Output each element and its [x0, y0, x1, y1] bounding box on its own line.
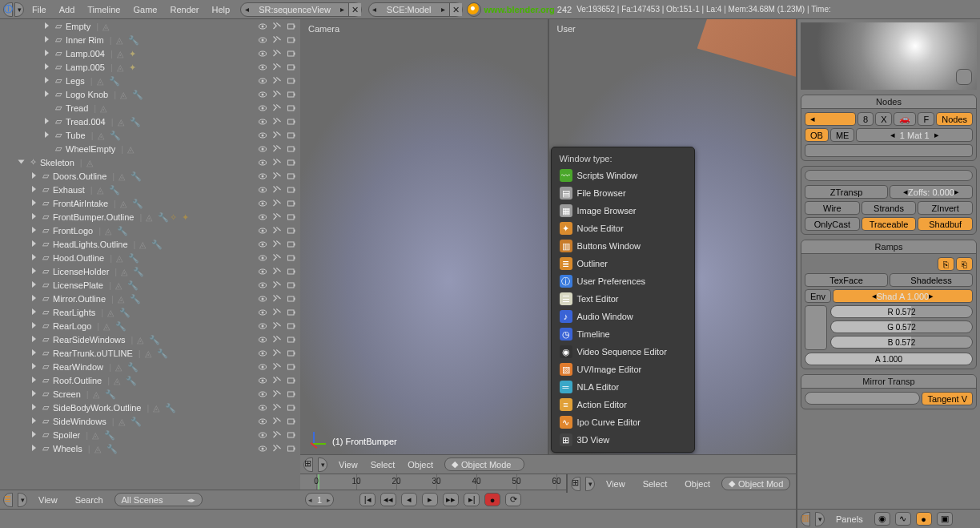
outliner-row[interactable]: ▱Lamp.005|◬✦ [0, 60, 300, 74]
disclosure-triangle-icon[interactable] [42, 131, 51, 140]
outliner-row[interactable]: ▱Wheels|◬🔧 [0, 441, 300, 455]
outliner-row[interactable]: ▱RearWindow|◬🔧 [0, 360, 300, 373]
visibility-toggle-icon[interactable] [257, 239, 268, 250]
vp-menu-select[interactable]: Select [364, 457, 402, 472]
object-data-icon[interactable]: ◬ [103, 321, 113, 331]
lamp-data-icon[interactable]: ✦ [129, 62, 139, 72]
visibility-toggle-icon[interactable] [257, 389, 268, 400]
object-data-icon[interactable]: ◬ [121, 267, 131, 276]
modifier-icon[interactable]: 🔧 [133, 267, 143, 276]
scene-delete-button[interactable]: ✕ [449, 3, 462, 16]
visibility-toggle-icon[interactable] [257, 266, 268, 277]
disclosure-triangle-icon[interactable] [29, 417, 38, 426]
blender-url-link[interactable]: www.blender.org [484, 5, 555, 14]
window-type-option[interactable]: ═ NLA Editor [552, 378, 694, 396]
outliner-type-button[interactable]: ≣ [3, 493, 13, 507]
current-frame-field[interactable]: 1 [305, 493, 334, 506]
renderability-toggle-icon[interactable] [286, 389, 297, 400]
visibility-toggle-icon[interactable] [257, 402, 268, 413]
lamp-data-icon[interactable]: ✦ [129, 49, 139, 58]
outliner-row[interactable]: ▱FrontBumper.Outline|◬🔧✧✦ [0, 210, 300, 224]
modifier-icon[interactable]: 🔧 [105, 389, 114, 399]
screen-selector[interactable]: ◂ SR:sequenceView ▸ ✕ [240, 2, 362, 17]
modifier-icon[interactable]: 🔧 [106, 444, 116, 453]
selectability-toggle-icon[interactable] [271, 48, 283, 59]
disclosure-triangle-icon[interactable] [29, 362, 38, 372]
material-chain-icon[interactable]: ✧ [170, 212, 179, 222]
selectability-toggle-icon[interactable] [271, 293, 283, 304]
visibility-toggle-icon[interactable] [257, 143, 268, 155]
selectability-toggle-icon[interactable] [271, 266, 283, 277]
disclosure-triangle-icon[interactable] [42, 49, 51, 58]
selectability-toggle-icon[interactable] [271, 239, 283, 250]
jump-start-button[interactable]: |◂ [359, 493, 376, 506]
modifier-icon[interactable]: 🔧 [132, 199, 142, 208]
disclosure-triangle-icon[interactable] [29, 171, 38, 181]
visibility-toggle-icon[interactable] [257, 307, 268, 318]
selectability-toggle-icon[interactable] [271, 361, 283, 373]
ztransp-toggle[interactable]: ZTransp [805, 185, 888, 199]
play-reverse-button[interactable]: ◂ [401, 493, 417, 506]
object-data-icon[interactable]: ◬ [145, 349, 155, 358]
modifier-icon[interactable]: 🔧 [119, 308, 129, 317]
outliner-row[interactable]: ▱Hood.Outline|◬🔧 [0, 251, 300, 264]
object-data-icon[interactable]: ◬ [94, 444, 104, 453]
object-data-icon[interactable]: ◬ [118, 171, 128, 181]
material-users[interactable]: 8 [858, 112, 874, 126]
window-type-option[interactable]: 〰 Scripts Window [552, 167, 694, 184]
outliner-row[interactable]: ▱LicenseHolder|◬🔧 [0, 264, 300, 278]
traceable-toggle[interactable]: Traceable [862, 217, 917, 231]
disclosure-triangle-icon[interactable] [29, 267, 38, 276]
selectability-toggle-icon[interactable] [271, 143, 283, 155]
alpha-slider[interactable]: A 1.000 [805, 353, 973, 365]
preview-type-button[interactable] [956, 69, 972, 85]
visibility-toggle-icon[interactable] [257, 225, 268, 236]
outliner-row[interactable]: ▱SideBodyWork.Outline|◬🔧 [0, 401, 300, 414]
renderability-toggle-icon[interactable] [286, 429, 297, 441]
disclosure-triangle-icon[interactable] [29, 403, 38, 413]
selectability-toggle-icon[interactable] [271, 334, 283, 345]
material-delete-button[interactable]: X [875, 112, 892, 126]
shadeless-toggle[interactable]: Shadeless [890, 273, 973, 287]
modifier-icon[interactable]: 🔧 [131, 417, 140, 426]
outliner-row[interactable]: ▱Tube|◬🔧 [0, 128, 300, 142]
window-type-option[interactable]: ▧ UV/Image Editor [552, 361, 694, 378]
window-type-option[interactable]: ▦ Image Browser [552, 202, 694, 220]
screen-prev-icon[interactable]: ◂ [241, 5, 252, 14]
disclosure-triangle-icon[interactable] [29, 294, 38, 304]
modifier-icon[interactable]: 🔧 [165, 403, 175, 413]
selectability-toggle-icon[interactable] [271, 21, 283, 32]
selectability-toggle-icon[interactable] [271, 389, 283, 400]
menu-timeline[interactable]: Timeline [81, 2, 127, 17]
context-object-icon[interactable]: ▣ [937, 512, 953, 526]
context-script-icon[interactable]: ∿ [895, 512, 911, 526]
visibility-toggle-icon[interactable] [257, 252, 268, 264]
object-data-icon[interactable]: ◬ [118, 417, 128, 426]
visibility-toggle-icon[interactable] [257, 280, 268, 291]
object-data-icon[interactable]: ◬ [117, 49, 127, 58]
outliner-row[interactable]: ▱FrontLogo|◬🔧 [0, 224, 300, 237]
object-data-icon[interactable]: ◬ [117, 62, 127, 72]
material-auto-icon[interactable]: 🚗 [894, 112, 916, 126]
color-swatch[interactable] [805, 305, 827, 350]
object-data-icon[interactable]: ◬ [107, 308, 117, 317]
disclosure-triangle-icon[interactable] [42, 76, 51, 86]
screen-next-icon[interactable]: ▸ [337, 5, 348, 14]
object-data-icon[interactable]: ◬ [120, 90, 130, 99]
renderability-toggle-icon[interactable] [286, 89, 297, 100]
window-type-option[interactable]: ⊞ 3D View [552, 431, 694, 449]
disclosure-triangle-icon[interactable] [29, 389, 38, 399]
renderability-toggle-icon[interactable] [286, 212, 297, 223]
renderability-toggle-icon[interactable] [286, 320, 297, 332]
selectability-toggle-icon[interactable] [271, 280, 283, 291]
context-shading-icon[interactable]: ● [916, 512, 932, 526]
visibility-toggle-icon[interactable] [257, 21, 268, 32]
modifier-icon[interactable]: 🔧 [158, 212, 167, 222]
outliner-row[interactable]: ✧Skeleton|◬ [0, 155, 300, 169]
renderability-toggle-icon[interactable] [286, 198, 297, 209]
screen-delete-button[interactable]: ✕ [348, 3, 361, 16]
disclosure-triangle-icon[interactable] [29, 240, 38, 249]
visibility-toggle-icon[interactable] [257, 62, 268, 73]
renderability-toggle-icon[interactable] [286, 307, 297, 318]
selectability-toggle-icon[interactable] [271, 443, 283, 454]
